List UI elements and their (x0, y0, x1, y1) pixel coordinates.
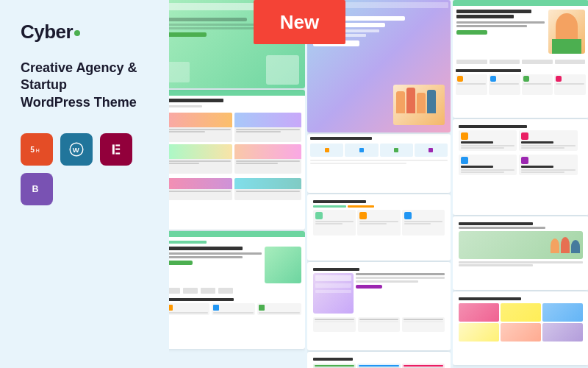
svg-text:5: 5 (30, 146, 35, 154)
preview-col-3 (453, 0, 588, 368)
preview-agency-small (162, 231, 305, 349)
preview-portfolio (453, 291, 588, 365)
new-badge: New (254, 0, 345, 44)
preview-uiux (307, 262, 451, 350)
left-panel: Cyber Creative Agency & Startup WordPres… (0, 0, 169, 368)
blog-card (165, 144, 232, 174)
tagline-line2: WordPress Theme (21, 95, 137, 110)
svg-text:H: H (36, 147, 40, 154)
brand-dot (74, 30, 80, 36)
portfolio-item (501, 303, 541, 322)
preview-provide-service (453, 119, 588, 215)
preview-guarantee (453, 216, 588, 290)
preview-col-2 (307, 0, 451, 368)
right-hero-img (548, 10, 585, 54)
blog-card (234, 113, 301, 142)
preview-blog-grid (162, 90, 305, 230)
portfolio-item (542, 323, 583, 342)
svg-rect-7 (115, 153, 120, 155)
html5-badge: 5 H (21, 133, 53, 166)
preview-awesome-service (307, 194, 451, 261)
hero-image (266, 55, 299, 85)
tech-badges: 5 H W B (21, 133, 148, 205)
preview-services (307, 134, 451, 193)
preview-area: New (162, 0, 588, 368)
portfolio-item (459, 323, 499, 342)
svg-text:B: B (32, 185, 38, 195)
svg-rect-6 (115, 149, 120, 150)
svg-rect-4 (112, 145, 115, 155)
preview-web-design (307, 352, 451, 368)
tagline-line1: Creative Agency & Startup (21, 60, 137, 92)
portfolio-item (542, 303, 583, 322)
portfolio-item (501, 323, 541, 342)
blog-card (165, 113, 232, 142)
portfolio-item (459, 303, 499, 322)
svg-rect-5 (115, 145, 120, 146)
elementor-badge (100, 133, 132, 166)
svg-text:W: W (73, 146, 79, 155)
new-badge-label: New (280, 11, 319, 34)
preview-right-hero (453, 0, 588, 118)
brand-name: Cyber (21, 21, 73, 43)
blog-card (234, 144, 301, 174)
bootstrap-badge: B (21, 173, 53, 205)
agency-img (265, 247, 301, 283)
brand-logo: Cyber (21, 21, 148, 43)
group-photo (393, 85, 445, 125)
tagline: Creative Agency & Startup WordPress Them… (21, 60, 148, 111)
preview-col-1 (162, 0, 305, 368)
wordpress-badge: W (60, 133, 93, 166)
screenshot-grid (162, 0, 588, 368)
